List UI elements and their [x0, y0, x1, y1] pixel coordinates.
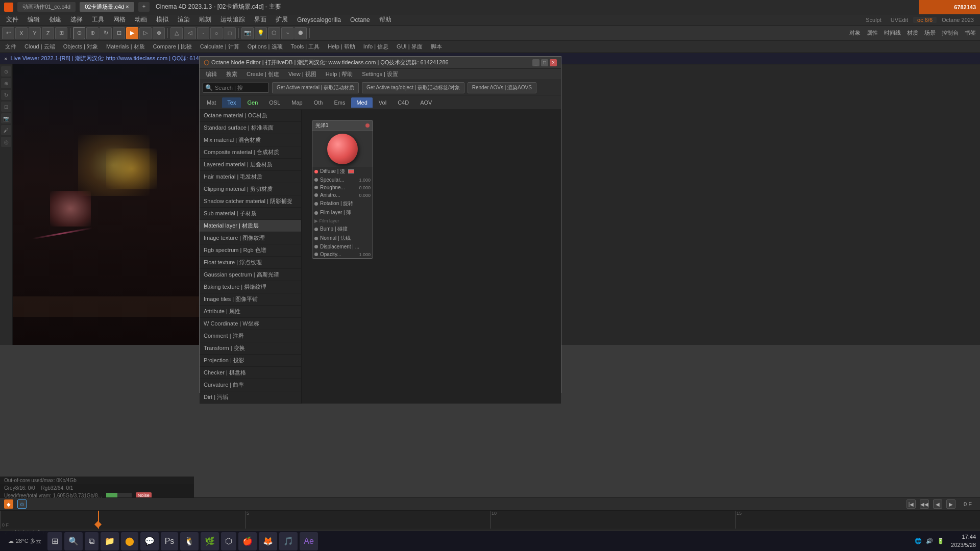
t2-mat[interactable]: Materials | 材质 — [103, 42, 148, 52]
ne-tab-aov[interactable]: AOV — [415, 97, 437, 108]
ne-tab-gen[interactable]: Gen — [242, 97, 263, 108]
ne-tab-oth[interactable]: Oth — [309, 97, 328, 108]
tab-new[interactable]: + — [138, 2, 150, 12]
tray-wifi[interactable]: 🌐 — [914, 537, 922, 545]
toolbar-grid[interactable]: ⊞ — [55, 27, 67, 39]
menu-render[interactable]: 渲染 — [174, 14, 194, 25]
menu-tools[interactable]: 工具 — [88, 14, 108, 25]
toolbar-render3[interactable]: ⊚ — [153, 27, 165, 39]
tool-mat-btn[interactable]: 材质 — [905, 28, 920, 38]
taskbar-app4[interactable]: 🦊 — [259, 532, 277, 550]
ne-item-float-tex[interactable]: Float texture | 浮点纹理 — [200, 257, 301, 269]
taskbar-wechat[interactable]: 💬 — [140, 532, 159, 550]
port-rotation[interactable]: Rotation | 旋转 — [312, 199, 373, 208]
menu-edit[interactable]: 编辑 — [23, 14, 44, 25]
ne-item-img-tex[interactable]: Image texture | 图像纹理 — [200, 232, 301, 244]
menu-greyscale[interactable]: Greyscalegorilla — [293, 15, 345, 24]
lsb-select[interactable]: ⊙ — [1, 66, 11, 77]
ne-tab-mat[interactable]: Mat — [202, 97, 221, 108]
taskbar-search[interactable]: 🔍 — [64, 532, 83, 550]
t2-opt[interactable]: Options | 选项 — [244, 42, 286, 52]
live-close[interactable]: × — [4, 56, 7, 62]
t2-file[interactable]: 文件 — [2, 42, 19, 52]
timeline-diamond[interactable]: ◆ — [4, 499, 13, 509]
oc-label[interactable]: oc 6/6 — [913, 17, 937, 23]
tool-attr-btn[interactable]: 属性 — [865, 28, 880, 38]
toolbar-mograph[interactable]: ⬢ — [295, 27, 307, 39]
ne-menu-create[interactable]: Create | 创建 — [242, 69, 283, 79]
lsb-scale[interactable]: ⊡ — [1, 102, 11, 112]
timeline-circle[interactable]: ⊙ — [17, 499, 27, 509]
ne-item-sub-mat[interactable]: Sub material | 子材质 — [200, 208, 301, 220]
lsb-camera[interactable]: 📷 — [1, 113, 11, 123]
port-normal[interactable]: Normal | 法线 — [312, 234, 373, 243]
ne-item-mat-layer[interactable]: Material layer | 材质层 — [200, 220, 301, 232]
menu-mesh[interactable]: 网格 — [109, 14, 130, 25]
ne-menu-view[interactable]: View | 视图 — [284, 69, 321, 79]
ne-menu-search[interactable]: 搜索 — [222, 69, 241, 79]
t2-calc[interactable]: Calculate | 计算 — [197, 42, 242, 52]
lsb-magnet[interactable]: ◎ — [1, 137, 11, 147]
port-specular[interactable]: Specular... 1.000 — [312, 176, 373, 184]
play-back[interactable]: ◀ — [933, 499, 942, 509]
t2-tools2[interactable]: Tools | 工具 — [288, 42, 323, 52]
toolbar-y[interactable]: Y — [29, 27, 41, 39]
menu-select[interactable]: 选择 — [66, 14, 87, 25]
taskbar-qq[interactable]: 🐧 — [180, 532, 199, 550]
menu-interface[interactable]: 界面 — [250, 14, 271, 25]
ne-menu-settings[interactable]: Settings | 设置 — [358, 69, 402, 79]
menu-animate[interactable]: 动画 — [131, 14, 151, 25]
node-close-dot[interactable] — [365, 123, 370, 128]
taskbar-explorer[interactable]: 📁 — [101, 532, 119, 550]
ne-item-gaussian[interactable]: Gaussian spectrum | 高斯光谱 — [200, 269, 301, 281]
tab-02[interactable]: 02卡通场景.c4d × — [80, 2, 134, 12]
menu-file[interactable]: 文件 — [2, 14, 22, 25]
tool-obj-btn[interactable]: 对象 — [847, 28, 863, 38]
ne-minimize[interactable]: _ — [532, 59, 540, 66]
ne-item-rgb-spec[interactable]: Rgb spectrum | Rgb 色谱 — [200, 244, 301, 257]
ne-item-octane-mat[interactable]: Octane material | OC材质 — [200, 110, 301, 122]
ne-item-curvature[interactable]: Curvature | 曲率 — [200, 379, 301, 391]
ne-item-shadow-mat[interactable]: Shadow catcher material | 阴影捕捉 — [200, 195, 301, 208]
tray-vol[interactable]: 🔊 — [925, 537, 934, 545]
toolbar-poly[interactable]: △ — [170, 27, 183, 39]
toolbar-deform[interactable]: ~ — [281, 27, 293, 39]
expand-btn[interactable]: ▶ Film layer — [312, 217, 373, 224]
material-node[interactable]: 光泽1 Diffuse | 漫 Specular... — [312, 120, 373, 259]
ne-node-list[interactable]: Octane material | OC材质 Standard surface … — [200, 110, 302, 404]
toolbar-rect-sel[interactable]: □ — [224, 27, 236, 39]
ne-get-active-mat[interactable]: Get Active material | 获取活动材质 — [272, 82, 359, 93]
ne-maximize[interactable]: □ — [541, 59, 548, 66]
uvedit-label[interactable]: UVEdit — [887, 17, 912, 23]
t2-scripts[interactable]: 脚本 — [428, 42, 445, 52]
ne-menu-help[interactable]: Help | 帮助 — [322, 69, 357, 79]
t2-obj[interactable]: Objects | 对象 — [60, 42, 101, 52]
ne-item-mix-mat[interactable]: Mix material | 混合材质 — [200, 134, 301, 146]
menu-sculpt-mode[interactable]: 雕刻 — [195, 14, 215, 25]
tool-book-btn[interactable]: 书签 — [963, 28, 978, 38]
port-aniso[interactable]: Anistro... 0.000 — [312, 191, 373, 199]
port-roughness[interactable]: Roughne... 0.000 — [312, 184, 373, 191]
menu-octane[interactable]: Octane — [346, 15, 374, 24]
tab-01[interactable]: 动画动作01_cc.c4d — [17, 2, 76, 12]
menu-create[interactable]: 创建 — [45, 14, 65, 25]
ne-tab-tex[interactable]: Tex — [222, 97, 241, 108]
toolbar-x[interactable]: X — [15, 27, 28, 39]
ne-item-clipping-mat[interactable]: Clipping material | 剪切材质 — [200, 183, 301, 195]
ne-tab-med[interactable]: Med — [351, 97, 372, 108]
toolbar-light[interactable]: 💡 — [255, 27, 267, 39]
ne-item-baking-tex[interactable]: Baking texture | 烘焙纹理 — [200, 281, 301, 293]
play-rewind[interactable]: ◀◀ — [920, 499, 929, 509]
t2-gui[interactable]: GUI | 界面 — [394, 42, 426, 52]
ne-tab-osl[interactable]: OSL — [264, 97, 285, 108]
menu-extend[interactable]: 扩展 — [272, 14, 292, 25]
taskbar-app3[interactable]: 🍎 — [238, 532, 257, 550]
taskbar-app1[interactable]: 🌿 — [201, 532, 219, 550]
ne-menu-edit[interactable]: 编辑 — [202, 69, 221, 79]
ne-item-projection[interactable]: Projection | 投影 — [200, 355, 301, 367]
lsb-paint[interactable]: 🖌 — [1, 125, 11, 135]
toolbar-z[interactable]: Z — [42, 27, 54, 39]
toolbar-render2[interactable]: ▷ — [139, 27, 152, 39]
toolbar-rotate[interactable]: ↻ — [100, 27, 112, 39]
ne-item-dirt[interactable]: Dirt | 污垢 — [200, 391, 301, 404]
